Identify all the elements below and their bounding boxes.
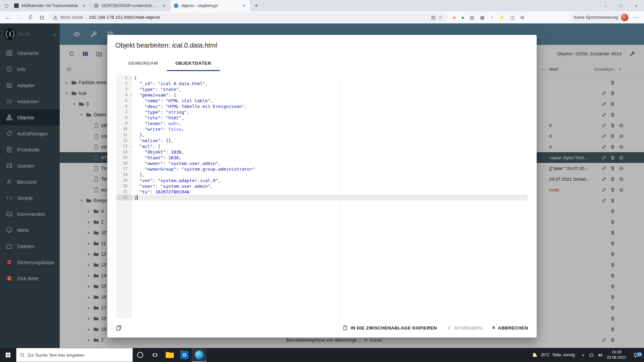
tab-objektdaten[interactable]: OBJEKTDATEN — [167, 55, 220, 71]
code-line[interactable]: "von": "system.adapter.ical.0", — [132, 178, 528, 183]
browser-tab[interactable]: 1629728100429-screenshot-299× — [91, 0, 170, 11]
code-line[interactable]: "_id": "ical.0.data.html", — [132, 81, 528, 86]
security-label[interactable]: Nicht sicher — [60, 15, 83, 20]
tab-actions-icon[interactable] — [2, 0, 11, 11]
taskbar-clock[interactable]: 16:28 23.08.2021 — [604, 350, 629, 360]
write-button[interactable]: ✓ SCHREIBEN — [443, 322, 486, 334]
code-line[interactable]: "acl": { — [132, 143, 528, 149]
window-maximize-button[interactable]: □ — [613, 0, 629, 11]
volume-icon[interactable] — [596, 353, 604, 358]
browser-tab-bar: Müllkalender mit Trashschedule×162972810… — [0, 0, 644, 11]
code-line[interactable]: }, — [132, 132, 528, 138]
favorites-bar-icon[interactable]: ▤ — [470, 15, 474, 20]
code-line[interactable]: "user": "system.user.admin", — [132, 183, 528, 189]
editor-gutter: 1▾234▾5678910111213▾141516171819202122 — [116, 75, 132, 318]
copy-to-clipboard-label: IN DIE ZWISCHENABLAGE KOPIEREN — [351, 325, 437, 330]
gutter-line-number: 6 — [116, 104, 132, 109]
code-line[interactable]: "owner": "system.user.admin", — [132, 161, 528, 166]
window-close-button[interactable]: × — [629, 0, 644, 11]
reload-icon[interactable] — [25, 12, 36, 22]
window-controls: – □ × — [598, 0, 644, 11]
history-icon[interactable]: ◔ — [490, 15, 493, 20]
favorites-star-icon[interactable]: ☆ — [438, 14, 443, 20]
tab-favicon-icon — [14, 3, 19, 8]
task-view-button[interactable] — [148, 348, 162, 362]
edge-icon — [195, 351, 204, 359]
performance-icon[interactable]: ⚡ — [499, 15, 504, 20]
code-line[interactable]: }, — [132, 172, 528, 178]
tab-gemeinsam[interactable]: GEMEINSAM — [119, 55, 167, 71]
dialog-title: Objekt bearbeiten: ical.0.data.html — [115, 42, 217, 49]
code-line[interactable]: "desc": "HTML-Tabelle mit Ereignissen", — [132, 104, 528, 109]
code-line[interactable]: "lesen": wahr, — [132, 121, 528, 126]
code-line[interactable]: "ownerGroup": "system.group.administrato… — [132, 166, 528, 172]
sync-button[interactable]: Keine Synchronisierung — [570, 13, 630, 22]
gutter-line-number: 3 — [116, 86, 132, 92]
browser-tab[interactable]: Müllkalender mit Trashschedule× — [11, 0, 91, 11]
code-line[interactable]: "gemeinsam": { — [132, 92, 528, 98]
gutter-line-number: 5 — [116, 98, 132, 104]
clock-date: 23.08.2021 — [604, 355, 629, 360]
copy-icon[interactable] — [112, 321, 125, 335]
forward-icon[interactable]: → — [14, 12, 24, 22]
read-aloud-icon[interactable]: ab — [431, 15, 435, 19]
tab-close-icon[interactable]: × — [81, 3, 87, 9]
json-editor[interactable]: 1▾234▾5678910111213▾141516171819202122 {… — [116, 75, 528, 318]
code-line[interactable]: "Staat": 1636, — [132, 155, 528, 161]
browser-menu-icon[interactable]: ⋯ — [631, 12, 641, 22]
taskbar-search-input[interactable]: Zur Suche Text hier eingeben — [16, 348, 133, 362]
extensions-icon[interactable]: ⊞ — [521, 15, 525, 20]
fold-icon[interactable]: ▾ — [130, 93, 132, 98]
outlook-button[interactable]: O — [177, 348, 192, 362]
address-bar[interactable]: Nicht sicher 192.168.178.151:8081/#tab-o… — [48, 13, 447, 22]
weather-desc: Teilw. sonnig — [552, 353, 575, 357]
check-icon: ✓ — [447, 325, 451, 331]
gutter-line-number: 9 — [116, 121, 132, 126]
gutter-line-number: 21 — [116, 189, 132, 195]
extension-2-icon[interactable]: ● — [461, 15, 464, 20]
code-line[interactable]: "role": "html", — [132, 115, 528, 121]
copy-to-clipboard-button[interactable]: IN DIE ZWISCHENABLAGE KOPIEREN — [338, 322, 441, 334]
onedrive-cloud-icon[interactable] — [587, 353, 596, 358]
write-label: SCHREIBEN — [454, 325, 482, 330]
code-line[interactable]: { — [132, 75, 528, 81]
tab-close-icon[interactable]: × — [241, 3, 247, 9]
file-explorer-button[interactable] — [162, 348, 177, 362]
dialog-object-id: ical.0.data.html — [172, 42, 217, 49]
code-line[interactable]: "type": "string", — [132, 109, 528, 115]
cortana-button[interactable] — [133, 348, 148, 362]
collections-icon[interactable]: ▦ — [480, 15, 484, 20]
clipboard-icon — [342, 325, 348, 330]
code-line[interactable]: "ts": 1629727801948 — [132, 189, 528, 195]
code-line[interactable]: "type": "state", — [132, 86, 528, 92]
extension-1-icon[interactable]: ● — [453, 15, 455, 20]
cancel-label: ABBRECHEN — [498, 325, 528, 330]
code-line[interactable]: "Objekt": 1636, — [132, 149, 528, 155]
fold-icon[interactable]: ▾ — [130, 75, 132, 81]
notification-badge: 19 — [636, 352, 642, 357]
gutter-line-number: 10 — [116, 126, 132, 132]
editor-code[interactable]: { "_id": "ical.0.data.html", "type": "st… — [132, 75, 528, 318]
code-line[interactable]: "native": {}, — [132, 138, 528, 143]
new-tab-button[interactable]: + — [252, 1, 261, 10]
edge-button[interactable] — [192, 348, 207, 362]
url-text[interactable]: 192.168.178.151:8081/#tab-objects — [89, 15, 428, 20]
code-line[interactable]: "name": "HTML iCal table", — [132, 98, 528, 104]
gutter-line-number: 7 — [116, 109, 132, 115]
window-minimize-button[interactable]: – — [598, 0, 613, 11]
browser-tab[interactable]: objects - raspberrypi× — [170, 0, 250, 11]
taskbar-weather[interactable]: 20°C Teilw. sonnig — [528, 352, 579, 358]
action-center-button[interactable]: 19 — [629, 352, 644, 358]
tab-close-icon[interactable]: × — [161, 3, 167, 9]
back-icon[interactable]: ← — [3, 12, 13, 22]
code-line[interactable]: } — [132, 195, 528, 200]
clock-time: 16:28 — [604, 350, 629, 355]
cancel-button[interactable]: × ABBRECHEN — [488, 322, 532, 334]
code-line[interactable]: "write": false, — [132, 126, 528, 132]
tray-expand-icon[interactable]: ∧ — [579, 353, 587, 357]
home-icon[interactable] — [37, 12, 47, 22]
fold-icon[interactable]: ▾ — [130, 144, 132, 149]
split-screen-icon[interactable]: ◫ — [510, 15, 515, 20]
start-button[interactable] — [0, 348, 16, 362]
gutter-line-number: 11 — [116, 132, 132, 138]
